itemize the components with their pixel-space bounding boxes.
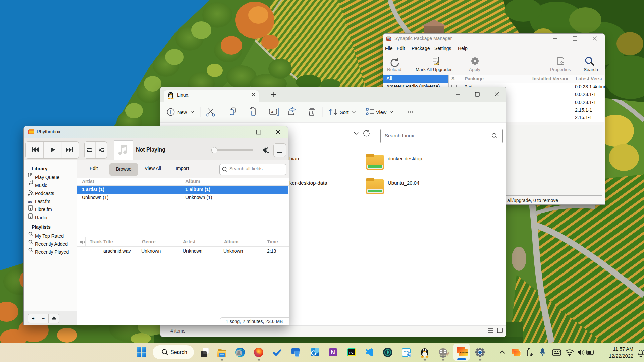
svg-text:Search: Search bbox=[170, 349, 187, 355]
svg-text:N: N bbox=[331, 349, 335, 356]
svg-text:A: A bbox=[271, 110, 274, 114]
svg-text:PC: PC bbox=[349, 351, 354, 354]
svg-text:z: z bbox=[643, 349, 644, 352]
svg-text:11:57 AM: 11:57 AM bbox=[613, 346, 633, 352]
svg-text:New: New bbox=[177, 110, 187, 115]
svg-text:XServer: XServer bbox=[460, 351, 468, 354]
svg-text:View: View bbox=[376, 110, 387, 115]
svg-text:12/22/2022: 12/22/2022 bbox=[609, 353, 633, 359]
svg-text:Sort: Sort bbox=[340, 110, 349, 115]
svg-text:as: as bbox=[28, 200, 32, 204]
svg-text:Linux: Linux bbox=[177, 92, 188, 98]
